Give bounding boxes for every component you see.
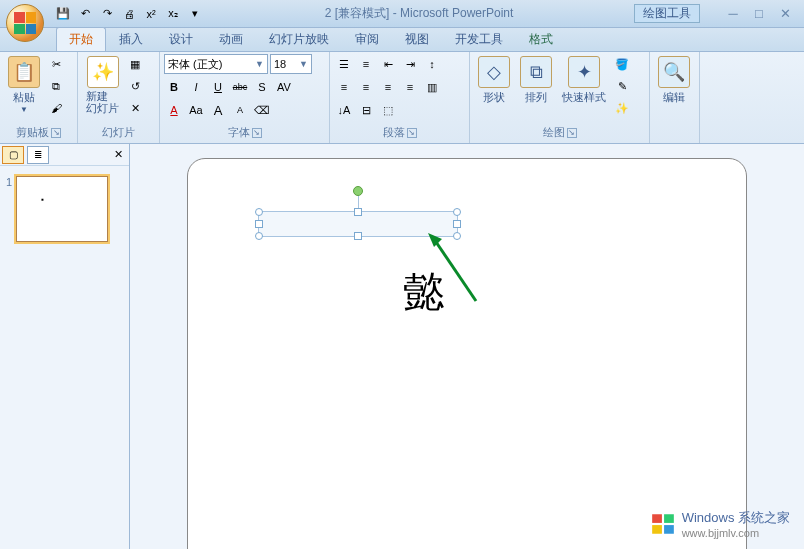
text-shadow-button[interactable]: S [252,77,272,97]
shape-outline-button[interactable]: ✎ [612,76,632,96]
align-text-button[interactable]: ⊟ [356,100,376,120]
smartart-button[interactable]: ⬚ [378,100,398,120]
shapes-label: 形状 [483,90,505,105]
pane-close-button[interactable]: ✕ [110,148,127,161]
tab-view[interactable]: 视图 [392,27,442,51]
line-spacing-button[interactable]: ↕ [422,54,442,74]
char-spacing-button[interactable]: AV [274,77,294,97]
ribbon: 📋 粘贴 ▼ ✂ ⧉ 🖌 剪贴板↘ ✨ 新建 幻灯片 ▦ ↺ ✕ 幻灯片 [0,52,804,144]
resize-handle-e[interactable] [453,220,461,228]
quick-styles-button[interactable]: ✦ 快速样式 [558,54,610,107]
qat-subscript[interactable]: x₂ [164,5,182,23]
change-case-button[interactable]: Aa [186,100,206,120]
decrease-indent-button[interactable]: ⇤ [378,54,398,74]
qat-save[interactable]: 💾 [54,5,72,23]
paste-button[interactable]: 📋 粘贴 ▼ [4,54,44,116]
clear-formatting-button[interactable]: ⌫ [252,100,272,120]
clipboard-group-label: 剪贴板 [16,125,49,140]
office-logo-icon [14,12,36,34]
resize-handle-ne[interactable] [453,208,461,216]
close-button[interactable]: ✕ [776,6,794,20]
new-slide-button[interactable]: ✨ 新建 幻灯片 [82,54,123,116]
resize-handle-w[interactable] [255,220,263,228]
delete-slide-button[interactable]: ✕ [125,98,145,118]
qat-superscript[interactable]: x² [142,5,160,23]
minimize-button[interactable]: ─ [724,6,742,20]
drawing-group-label: 绘图 [543,125,565,140]
shrink-font-button[interactable]: A [230,100,250,120]
qat-print[interactable]: 🖨 [120,5,138,23]
shape-effects-button[interactable]: ✨ [612,98,632,118]
slides-tab[interactable]: ▢ [2,146,24,164]
align-center-button[interactable]: ≡ [356,77,376,97]
font-size-combo[interactable]: 18 ▼ [270,54,312,74]
outline-tab[interactable]: ≣ [27,146,49,164]
font-dialog-launcher[interactable]: ↘ [252,128,262,138]
resize-handle-s[interactable] [354,232,362,240]
qat-redo[interactable]: ↷ [98,5,116,23]
chevron-down-icon: ▼ [299,59,308,69]
align-right-button[interactable]: ≡ [378,77,398,97]
resize-handle-sw[interactable] [255,232,263,240]
shapes-button[interactable]: ◇ 形状 [474,54,514,107]
slide-canvas[interactable]: 懿 [187,158,747,549]
tab-animation[interactable]: 动画 [206,27,256,51]
copy-button[interactable]: ⧉ [46,76,66,96]
tab-home[interactable]: 开始 [56,27,106,51]
tab-insert[interactable]: 插入 [106,27,156,51]
svg-line-0 [434,239,476,301]
cut-button[interactable]: ✂ [46,54,66,74]
svg-rect-4 [652,525,662,534]
editing-button[interactable]: 🔍 编辑 [654,54,694,107]
tab-review[interactable]: 审阅 [342,27,392,51]
find-icon: 🔍 [658,56,690,88]
reset-button[interactable]: ↺ [125,76,145,96]
paragraph-dialog-launcher[interactable]: ↘ [407,128,417,138]
quick-access-toolbar: 💾 ↶ ↷ 🖨 x² x₂ ▾ [54,5,204,23]
bullets-button[interactable]: ☰ [334,54,354,74]
office-button[interactable] [6,4,44,42]
maximize-button[interactable]: □ [750,6,768,20]
slide-editor[interactable]: 懿 [130,144,804,549]
italic-button[interactable]: I [186,77,206,97]
font-color-button[interactable]: A [164,100,184,120]
grow-font-button[interactable]: A [208,100,228,120]
rotation-handle[interactable] [353,186,363,196]
group-editing: 🔍 编辑 [650,52,700,143]
shapes-icon: ◇ [478,56,510,88]
svg-rect-5 [664,525,674,534]
resize-handle-n[interactable] [354,208,362,216]
format-painter-button[interactable]: 🖌 [46,98,66,118]
window-controls: ─ □ ✕ [724,6,794,20]
qat-customize-dropdown[interactable]: ▾ [186,5,204,23]
windows-logo-icon [650,511,676,537]
qat-undo[interactable]: ↶ [76,5,94,23]
drawing-dialog-launcher[interactable]: ↘ [567,128,577,138]
align-left-button[interactable]: ≡ [334,77,354,97]
quick-styles-icon: ✦ [568,56,600,88]
underline-button[interactable]: U [208,77,228,97]
tab-format[interactable]: 格式 [516,27,566,51]
increase-indent-button[interactable]: ⇥ [400,54,420,74]
strike-button[interactable]: abc [230,77,250,97]
tab-developer[interactable]: 开发工具 [442,27,516,51]
bold-button[interactable]: B [164,77,184,97]
group-paragraph: ☰ ≡ ⇤ ⇥ ↕ ≡ ≡ ≡ ≡ ▥ ↓A ⊟ ⬚ 段落↘ [330,52,470,143]
justify-button[interactable]: ≡ [400,77,420,97]
tab-slideshow[interactable]: 幻灯片放映 [256,27,342,51]
clipboard-dialog-launcher[interactable]: ↘ [51,128,61,138]
shape-fill-button[interactable]: 🪣 [612,54,632,74]
arrange-button[interactable]: ⧉ 排列 [516,54,556,107]
tab-design[interactable]: 设计 [156,27,206,51]
font-family-combo[interactable]: 宋体 (正文) ▼ [164,54,268,74]
window-title: 2 [兼容模式] - Microsoft PowerPoint [204,5,634,22]
numbering-button[interactable]: ≡ [356,54,376,74]
group-drawing: ◇ 形状 ⧉ 排列 ✦ 快速样式 🪣 ✎ ✨ 绘图↘ [470,52,650,143]
layout-button[interactable]: ▦ [125,54,145,74]
resize-handle-nw[interactable] [255,208,263,216]
font-group-label: 字体 [228,125,250,140]
text-direction-button[interactable]: ↓A [334,100,354,120]
slide-thumbnail-1[interactable]: 1 ▪ [0,166,129,252]
slide-thumbnail: ▪ [16,176,108,242]
columns-button[interactable]: ▥ [422,77,442,97]
